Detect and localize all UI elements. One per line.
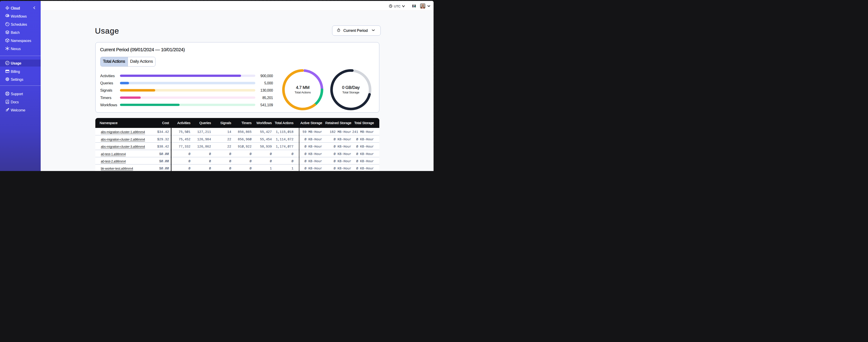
svg-text:4.7 MM: 4.7 MM xyxy=(296,85,309,90)
svg-text:0 GB/Day: 0 GB/Day xyxy=(342,85,360,90)
svg-text:Total Actions: Total Actions xyxy=(294,91,311,94)
svg-text:Total Storage: Total Storage xyxy=(342,91,359,94)
